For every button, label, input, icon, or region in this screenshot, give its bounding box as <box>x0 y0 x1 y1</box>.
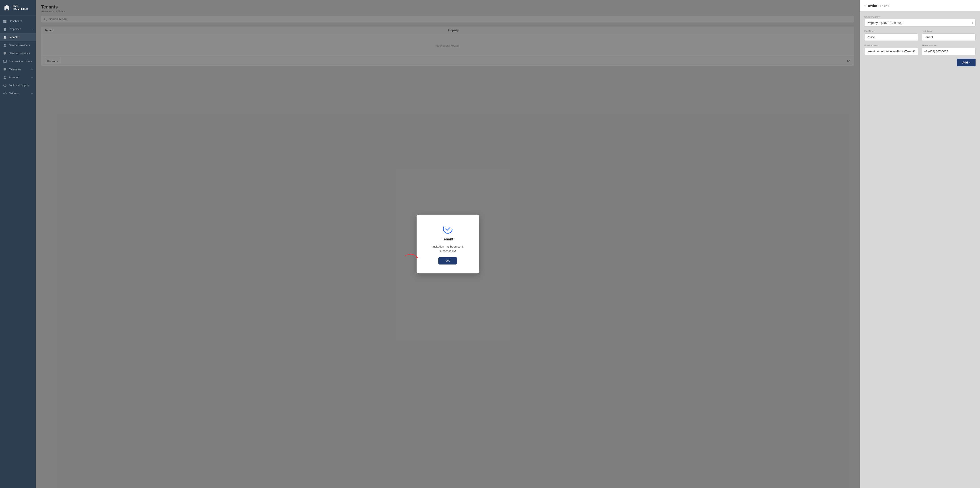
messages-icon <box>3 68 7 71</box>
last-name-group: Last Name <box>922 30 976 41</box>
success-modal: Tenant Invitation has been sent successf… <box>417 215 479 273</box>
modal-title: Tenant <box>442 237 453 241</box>
sidebar-item-dashboard[interactable]: Dashboard <box>0 17 36 25</box>
email-input[interactable] <box>864 48 918 55</box>
select-property-input[interactable]: Property 2 (315 E 12th Ave) <box>864 19 975 27</box>
tenants-icon <box>3 35 7 39</box>
sidebar-item-settings[interactable]: Settings ▾ <box>0 89 36 97</box>
transaction-icon <box>3 59 7 63</box>
svg-point-5 <box>4 36 6 37</box>
sidebar-item-label: Technical Support <box>9 84 30 87</box>
invite-panel-body: Select Property Property 2 (315 E 12th A… <box>860 11 980 488</box>
svg-rect-3 <box>3 21 5 23</box>
svg-rect-2 <box>5 20 6 21</box>
contact-row: Email Address Phone Number <box>864 45 975 55</box>
phone-input[interactable] <box>922 48 976 55</box>
sidebar-item-messages[interactable]: Messages ▾ <box>0 65 36 73</box>
last-name-input[interactable] <box>922 33 976 41</box>
chevron-down-icon: ▾ <box>32 92 33 95</box>
sidebar-item-service-requests[interactable]: Service Requests <box>0 49 36 57</box>
properties-icon <box>3 27 7 31</box>
sidebar-item-label: Settings <box>9 92 19 95</box>
modal-overlay: Tenant Invitation has been sent successf… <box>36 0 860 488</box>
svg-rect-1 <box>3 20 5 21</box>
arrow-annotation <box>403 251 421 260</box>
settings-icon <box>3 92 7 95</box>
success-icon <box>442 224 453 234</box>
right-panel: ‹ Invite Tenant Select Property Property… <box>860 0 980 488</box>
last-name-label: Last Name <box>922 30 976 33</box>
first-name-input[interactable] <box>864 33 918 41</box>
sidebar-nav: Dashboard Properties ▾ Tenants Service P… <box>0 15 36 488</box>
invite-panel-title: Invite Tenant <box>868 4 888 8</box>
name-row: First Name Last Name <box>864 30 975 41</box>
svg-rect-6 <box>3 60 6 62</box>
service-providers-icon <box>3 43 7 47</box>
chevron-down-icon: ▾ <box>32 76 33 79</box>
svg-rect-0 <box>6 9 8 10</box>
sidebar-item-label: Service Providers <box>9 44 30 47</box>
sidebar-item-technical-support[interactable]: Technical Support <box>0 81 36 89</box>
sidebar-item-label: Account <box>9 76 19 79</box>
sidebar-item-label: Service Requests <box>9 52 30 55</box>
select-property-wrapper: Property 2 (315 E 12th Ave) <box>864 19 975 27</box>
phone-label: Phone Number <box>922 45 976 47</box>
email-label: Email Address <box>864 45 918 47</box>
email-group: Email Address <box>864 45 918 55</box>
sidebar-item-label: Tenants <box>9 36 18 39</box>
logo-text: OME TRUMPETER <box>13 5 33 11</box>
svg-point-7 <box>4 76 6 78</box>
home-icon <box>3 3 11 11</box>
support-icon <box>3 84 7 87</box>
svg-rect-4 <box>5 21 6 23</box>
svg-point-9 <box>5 93 5 94</box>
invite-panel-header: ‹ Invite Tenant <box>860 0 980 11</box>
add-button[interactable]: Add › <box>957 59 975 67</box>
logo: OME TRUMPETER <box>0 0 36 15</box>
service-requests-icon <box>3 51 7 55</box>
first-name-label: First Name <box>864 30 918 33</box>
main-content: Tenants Welcome back, Prince Tenant Prop… <box>36 0 860 488</box>
back-button[interactable]: ‹ <box>864 3 865 8</box>
select-property-label: Select Property <box>864 16 975 18</box>
svg-marker-13 <box>415 256 418 259</box>
sidebar: OME TRUMPETER Dashboard Properties ▾ Ten… <box>0 0 36 488</box>
phone-group: Phone Number <box>922 45 976 55</box>
dashboard-icon <box>3 19 7 23</box>
sidebar-item-transaction-history[interactable]: Transaction History <box>0 57 36 65</box>
svg-point-12 <box>443 224 452 233</box>
first-name-group: First Name <box>864 30 918 41</box>
sidebar-item-label: Transaction History <box>9 60 32 63</box>
sidebar-item-tenants[interactable]: Tenants <box>0 33 36 41</box>
sidebar-item-label: Properties <box>9 28 21 31</box>
sidebar-item-service-providers[interactable]: Service Providers <box>0 41 36 49</box>
modal-ok-button[interactable]: OK <box>438 257 457 264</box>
sidebar-item-account[interactable]: Account ▾ <box>0 73 36 81</box>
sidebar-item-properties[interactable]: Properties ▾ <box>0 25 36 33</box>
select-property-group: Select Property Property 2 (315 E 12th A… <box>864 16 975 27</box>
modal-message: Invitation has been sent successfully! <box>427 245 468 253</box>
account-icon <box>3 76 7 79</box>
chevron-down-icon: ▾ <box>32 68 33 71</box>
sidebar-item-label: Dashboard <box>9 20 22 23</box>
sidebar-item-label: Messages <box>9 68 21 71</box>
chevron-down-icon: ▾ <box>32 28 33 30</box>
